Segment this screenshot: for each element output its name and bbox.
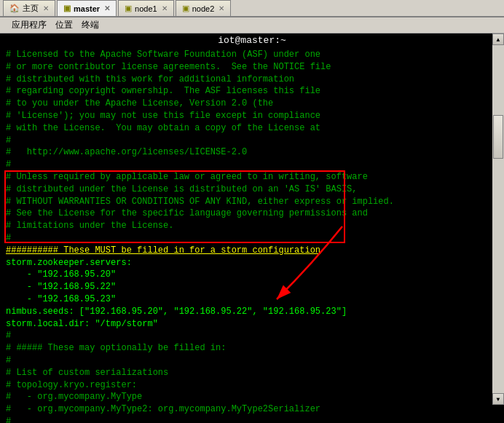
menu-applications[interactable]: 应用程序 — [12, 19, 47, 31]
scrollbar[interactable]: ▲ ▼ — [492, 33, 504, 405]
line-30: # - org.mycompany.MyType2: org.mycompany… — [6, 404, 320, 414]
tab-bar: 🏠 主页 ✕ ▣ master ✕ ▣ node1 ✕ ▣ node2 ✕ — [0, 0, 504, 17]
tab-node1-close[interactable]: ✕ — [162, 4, 168, 12]
line-27: # List of custom serializations — [6, 368, 168, 378]
tab-home[interactable]: 🏠 主页 ✕ — [3, 0, 55, 16]
terminal-icon-master: ▣ — [63, 4, 71, 13]
tab-home-label: 主页 — [23, 3, 39, 14]
line-9: # http://www.apache.org/licenses/LICENSE… — [6, 147, 247, 157]
line-26: # — [6, 355, 11, 365]
line-3: # distributed with this work for additio… — [6, 74, 294, 84]
scrollbar-up-btn[interactable]: ▲ — [492, 33, 504, 45]
tab-node1[interactable]: ▣ node1 ✕ — [118, 0, 174, 16]
line-4: # regarding copyright ownership. The ASF… — [6, 86, 320, 96]
tab-master-close[interactable]: ✕ — [104, 4, 110, 12]
tab-master-label: master — [74, 4, 100, 13]
terminal-icon-node1: ▣ — [125, 4, 132, 13]
line-14: # See the License for the specific langu… — [6, 208, 368, 218]
line-21: - "192.168.95.23" — [6, 294, 116, 304]
line-8: # — [6, 135, 11, 146]
line-20: - "192.168.95.22" — [6, 282, 116, 292]
tab-node2-label: node2 — [192, 4, 215, 13]
tab-home-close[interactable]: ✕ — [43, 4, 49, 12]
line-1: # Licensed to the Apache Software Founda… — [6, 50, 320, 60]
line-18: storm.zookeeper.servers: — [6, 258, 132, 268]
line-17: ########## These MUST be filled in for a… — [6, 245, 320, 256]
terminal-content[interactable]: # Licensed to the Apache Software Founda… — [0, 47, 504, 423]
scrollbar-down-btn[interactable]: ▼ — [492, 393, 504, 405]
line-15: # limitations under the License. — [6, 221, 173, 231]
tab-node2[interactable]: ▣ node2 ✕ — [176, 0, 232, 16]
line-6: # 'License'); you may not use this file … — [6, 111, 320, 121]
menu-places[interactable]: 位置 — [55, 19, 73, 31]
line-24: # — [6, 331, 11, 341]
terminal-icon-node2: ▣ — [182, 4, 189, 13]
line-10: # — [6, 159, 11, 170]
line-23: storm.local.dir: "/tmp/storm" — [6, 319, 158, 329]
line-5: # to you under the Apache License, Versi… — [6, 98, 273, 108]
tab-master[interactable]: ▣ master ✕ — [57, 0, 117, 16]
line-7: # with the License. You may obtain a cop… — [6, 123, 320, 133]
line-11: # Unless required by applicable law or a… — [6, 172, 368, 182]
line-12: # distributed under the License is distr… — [6, 184, 357, 194]
terminal-title: iot@master:~ — [0, 33, 504, 47]
line-13: # WITHOUT WARRANTIES OR CONDITIONS OF AN… — [6, 197, 394, 207]
menu-terminal[interactable]: 终端 — [82, 19, 99, 31]
line-2: # or more contributor license agreements… — [6, 62, 331, 72]
line-16: # — [6, 233, 11, 243]
line-19: - "192.168.95.20" — [6, 269, 116, 280]
line-29: # - org.mycompany.MyType — [6, 392, 142, 402]
line-22: nimbus.seeds: ["192.168.95.20", "192.168… — [6, 307, 347, 317]
home-icon: 🏠 — [9, 4, 20, 13]
terminal-area: iot@master:~ # Licensed to the Apache So… — [0, 33, 504, 405]
menu-bar: 应用程序 位置 终端 — [0, 17, 504, 33]
scrollbar-track[interactable] — [492, 45, 504, 393]
line-31: # — [6, 416, 11, 423]
tab-node1-label: node1 — [135, 4, 157, 13]
line-25: # ##### These may optionally be filled i… — [6, 343, 226, 353]
scrollbar-thumb[interactable] — [493, 115, 503, 159]
line-28: # topology.kryo.register: — [6, 380, 137, 390]
tab-node2-close[interactable]: ✕ — [218, 4, 224, 12]
